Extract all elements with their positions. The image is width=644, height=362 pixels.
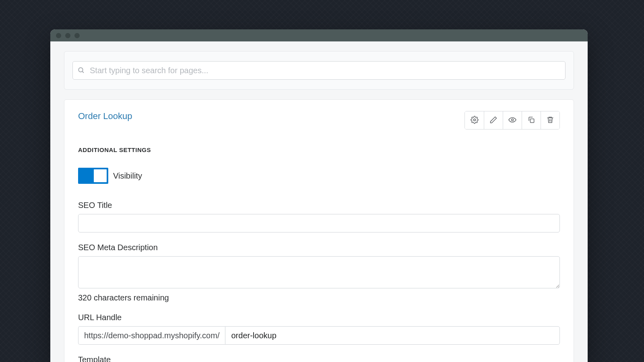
search-wrap <box>72 61 566 80</box>
trash-icon <box>546 116 554 125</box>
section-heading: ADDITIONAL SETTINGS <box>78 146 560 153</box>
url-handle-input[interactable] <box>225 326 560 345</box>
svg-point-2 <box>473 119 475 121</box>
seo-title-label: SEO Title <box>78 201 560 210</box>
svg-point-3 <box>512 119 514 121</box>
svg-rect-4 <box>530 119 534 122</box>
seo-meta-field: SEO Meta Description 320 characters rema… <box>78 243 560 302</box>
toggle-knob <box>94 169 107 182</box>
window-titlebar <box>50 29 588 41</box>
visibility-label: Visibility <box>113 171 142 181</box>
window-minimize-dot[interactable] <box>65 33 70 38</box>
gear-icon <box>471 116 479 125</box>
seo-meta-help: 320 characters remaining <box>78 293 560 302</box>
edit-button[interactable] <box>484 111 503 129</box>
page-title-link[interactable]: Order Lookup <box>78 111 132 121</box>
url-handle-field: URL Handle https://demo-shoppad.myshopif… <box>78 313 560 345</box>
svg-line-1 <box>82 71 84 73</box>
panel-header: Order Lookup <box>78 111 560 130</box>
app-window: Order Lookup <box>50 29 588 362</box>
url-handle-label: URL Handle <box>78 313 560 322</box>
seo-meta-textarea[interactable] <box>78 256 560 288</box>
preview-button[interactable] <box>503 111 522 129</box>
delete-button[interactable] <box>541 111 559 129</box>
search-input[interactable] <box>72 61 566 80</box>
template-field: Template page.details <box>78 355 560 362</box>
window-close-dot[interactable] <box>56 33 61 38</box>
eye-icon <box>508 116 516 125</box>
search-panel <box>64 51 574 90</box>
seo-meta-label: SEO Meta Description <box>78 243 560 252</box>
template-label: Template <box>78 355 560 362</box>
settings-button[interactable] <box>465 111 484 129</box>
url-handle-row: https://demo-shoppad.myshopify.com/ <box>78 326 560 345</box>
visibility-row: Visibility <box>78 168 560 184</box>
settings-panel: Order Lookup <box>64 99 574 362</box>
window-content: Order Lookup <box>50 51 588 362</box>
duplicate-button[interactable] <box>522 111 541 129</box>
url-prefix: https://demo-shoppad.myshopify.com/ <box>78 326 225 345</box>
page-toolbar <box>464 111 560 130</box>
svg-point-0 <box>78 68 83 72</box>
search-icon <box>78 67 85 74</box>
copy-icon <box>527 116 535 125</box>
pencil-icon <box>489 116 497 125</box>
seo-title-field: SEO Title <box>78 201 560 232</box>
visibility-toggle[interactable] <box>78 168 108 184</box>
seo-title-input[interactable] <box>78 214 560 232</box>
window-maximize-dot[interactable] <box>74 33 80 38</box>
